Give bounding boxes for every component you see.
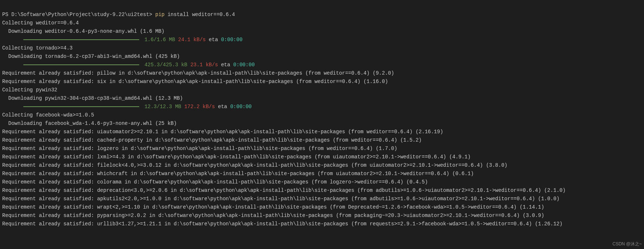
out-line: Requirement already satisfied: deprecati… bbox=[2, 187, 566, 193]
out-line: Requirement already satisfied: whichcraf… bbox=[2, 171, 474, 177]
out-line: Collecting tornado>=4.3 bbox=[2, 45, 73, 51]
progress-eta-label: eta bbox=[215, 104, 230, 110]
out-line: Requirement already satisfied: pyparsing… bbox=[2, 213, 544, 218]
progress-eta: 0:00:00 bbox=[233, 62, 255, 68]
progress-bar bbox=[23, 106, 139, 107]
prompt-suffix: > bbox=[149, 12, 155, 17]
out-line: Requirement already satisfied: logzero i… bbox=[2, 146, 397, 151]
out-line: Requirement already satisfied: filelock<… bbox=[2, 162, 507, 168]
progress-speed: 23.1 kB/s bbox=[190, 62, 218, 68]
progress-eta-label: eta bbox=[218, 62, 233, 68]
progress-size: 1.6/1.6 MB bbox=[144, 37, 175, 43]
progress-speed: 24.1 kB/s bbox=[178, 37, 206, 43]
out-line: Downloading tornado-6.2-cp37-abi3-win_am… bbox=[2, 54, 180, 59]
out-line: Requirement already satisfied: wrapt<2,>… bbox=[2, 204, 544, 210]
out-line: Requirement already satisfied: pillow in… bbox=[2, 70, 394, 76]
progress-eta: 0:00:00 bbox=[221, 37, 242, 43]
out-line: Requirement already satisfied: colorama … bbox=[2, 179, 428, 185]
out-line: Downloading pywin32-304-cp38-cp38-win_am… bbox=[2, 95, 183, 101]
command-pip: pip bbox=[155, 12, 164, 17]
out-line: Collecting facebook-wda>=1.0.5 bbox=[2, 112, 94, 118]
out-line: Collecting weditor==0.6.4 bbox=[2, 20, 79, 26]
out-line: Collecting pywin32 bbox=[2, 87, 57, 93]
prompt-prefix: PS bbox=[2, 12, 11, 17]
progress-size: 425.3/425.3 kB bbox=[144, 62, 187, 68]
progress-eta: 0:00:00 bbox=[230, 104, 252, 110]
command-args: install weditor==0.6.4 bbox=[164, 12, 235, 17]
terminal-output[interactable]: PS D:\Software\Python\Project\study-9.22… bbox=[0, 0, 644, 230]
progress-bar bbox=[23, 64, 139, 65]
progress-speed: 172.2 kB/s bbox=[184, 104, 215, 110]
out-line: Requirement already satisfied: six in d:… bbox=[2, 79, 388, 84]
out-line: Requirement already satisfied: lxml>=4.3… bbox=[2, 154, 471, 160]
out-line: Downloading weditor-0.6.4-py3-none-any.w… bbox=[2, 28, 164, 34]
out-line: Downloading facebook_wda-1.4.6-py3-none-… bbox=[2, 120, 177, 126]
progress-eta-label: eta bbox=[206, 37, 221, 43]
out-line: Requirement already satisfied: cached-pr… bbox=[2, 137, 422, 143]
progress-size: 12.3/12.3 MB bbox=[144, 104, 181, 110]
watermark: CSDN @沐之~ bbox=[612, 240, 642, 248]
progress-bar bbox=[23, 39, 139, 40]
prompt-path: D:\Software\Python\Project\study-9.22\ui… bbox=[11, 12, 149, 17]
out-line: Requirement already satisfied: uiautomat… bbox=[2, 129, 443, 135]
out-line: Requirement already satisfied: apkutils2… bbox=[2, 196, 559, 202]
out-line: Requirement already satisfied: urllib3<1… bbox=[2, 221, 562, 227]
